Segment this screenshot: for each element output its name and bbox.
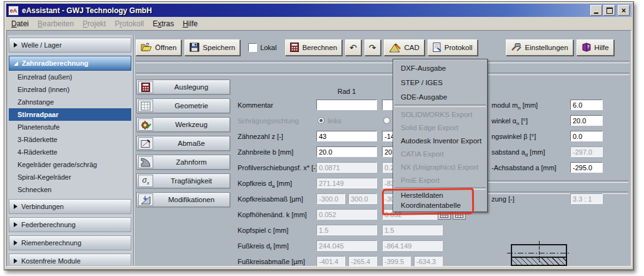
field-zaehnezahl-rad1[interactable]: 43: [316, 131, 377, 141]
triangle-collapsed-icon: [14, 43, 18, 48]
sidebar-section-verbindungen[interactable]: Verbindungen: [9, 199, 131, 214]
sidebar-item-schnecken[interactable]: Schnecken: [9, 183, 131, 196]
redo-button[interactable]: ↷: [365, 39, 381, 56]
field-profilverschiebungsfaktor-rad1: 0.0871: [316, 162, 377, 173]
button-label: CAD: [405, 44, 420, 51]
sidebar-section-kostenfreie-module[interactable]: Kostenfreie Module: [9, 253, 131, 265]
save-button[interactable]: Speichern: [184, 39, 240, 56]
section-button-label: Zahnform: [153, 158, 229, 166]
cad-menu-item-dxf-ausgabe[interactable]: DXF-Ausgabe: [393, 61, 487, 75]
sidebar-item-kegelräder-gerade-schräg[interactable]: Kegelräder gerade/schräg: [9, 158, 131, 171]
checkbox-box: [248, 43, 257, 52]
label-kopfspiel: Kopfspiel c [mm]: [238, 225, 288, 236]
sidebar-divider: [133, 35, 134, 265]
section-button-label: Auslegung: [153, 83, 229, 91]
field-fusskreis-rad2: -864.149: [382, 240, 443, 251]
sidebar-item-stirnradpaar[interactable]: Stirnradpaar: [9, 108, 131, 121]
field-eingriffswinkel[interactable]: 20.0: [570, 115, 603, 126]
separator-line: [136, 73, 630, 75]
column-header-rad1: Rad 1: [316, 88, 377, 95]
window-title: eAssistant - GWJ Technology GmbH: [22, 6, 589, 15]
cad-menu-item-autodesk-inventor-export[interactable]: Autodesk Inventor Export: [393, 134, 487, 147]
sidebar-section-federberechnung[interactable]: Federberechnung: [9, 217, 131, 232]
open-button[interactable]: Öffnen: [136, 39, 181, 56]
menu-item-extras[interactable]: Extras: [153, 19, 174, 28]
label-kommentar: Kommentar: [238, 100, 273, 111]
calculator-icon: [290, 43, 299, 52]
local-checkbox[interactable]: Lokal: [248, 43, 276, 52]
sidebar-item-einzelrad-innen[interactable]: Einzelrad (innen): [9, 83, 131, 96]
minimize-button[interactable]: [590, 5, 602, 16]
menu-item-datei[interactable]: Datei: [11, 19, 29, 28]
sidebar-item-planetenstufe[interactable]: Planetenstufe: [9, 121, 131, 133]
calculate-button[interactable]: Berechnen: [285, 39, 342, 56]
field-fusskreisabmasse-rad2-b: -634.3: [414, 256, 443, 267]
cad-menu-item-proe-export: ProE Export: [393, 173, 487, 187]
sidebar-section-zahnradberechnung[interactable]: Zahnradberechnung: [9, 56, 131, 71]
gear-section-drawing: [511, 244, 567, 266]
label-zahnbreite: Zahnbreite b [mm]: [238, 147, 293, 158]
menu-item-hilfe[interactable]: Hilfe: [183, 19, 198, 28]
cad-menu-item-gde-ausgabe[interactable]: GDE-Ausgabe: [393, 89, 487, 104]
undo-icon: ↶: [350, 43, 357, 52]
section-button-geometrie[interactable]: Geometrie: [136, 98, 230, 113]
tool-gear-icon: [138, 118, 153, 131]
sidebar-section-welle-lager[interactable]: Welle / Lager: [9, 38, 131, 53]
triangle-collapsed-icon: [14, 222, 18, 227]
sidebar-item-3-räderkette[interactable]: 3-Räderkette: [9, 133, 131, 146]
sidebar-item-zahnstange[interactable]: Zahnstange: [9, 96, 131, 108]
radio-links: [318, 117, 325, 124]
sidebar-section-label: Welle / Lager: [21, 41, 62, 49]
open-folder-icon: [141, 43, 152, 52]
sidebar-section-label: Verbindungen: [21, 203, 64, 210]
section-button-tragfähigkeit[interactable]: σxTragfähigkeit: [136, 173, 230, 188]
section-button-auslegung[interactable]: Auslegung: [136, 79, 230, 95]
section-button-werkzeug[interactable]: Werkzeug: [136, 117, 230, 132]
field-normalmodul[interactable]: 6.0: [570, 100, 603, 110]
help-button[interactable]: ?Hilfe: [576, 39, 614, 56]
field-achsabstand[interactable]: -295.0: [570, 162, 603, 173]
help-icon: ?: [581, 43, 591, 52]
save-floppy-icon: [189, 43, 199, 52]
maximize-button[interactable]: [603, 5, 615, 16]
checkbox-label: Lokal: [260, 44, 276, 51]
section-button-zahnform[interactable]: Zahnform: [136, 155, 230, 170]
section-button-abmaße[interactable]: Abmaße: [136, 136, 230, 151]
field-schraegungswinkel[interactable]: 0.0: [570, 131, 603, 141]
settings-button[interactable]: Einstellungen: [506, 39, 573, 56]
field-fusskreisabmasse-rad2-a: -399.5: [382, 256, 411, 267]
sidebar-item-spiral-kegelräder[interactable]: Spiral-Kegelräder: [9, 171, 131, 183]
app-icon: eA: [8, 6, 19, 16]
button-label: Speichern: [203, 44, 235, 51]
sidebar-section-riemenberechnung[interactable]: Riemenberechnung: [9, 235, 131, 250]
undo-button[interactable]: ↶: [345, 39, 361, 56]
label-kopfhoehenaenderung: Kopfhöhenänd. k [mm]: [238, 210, 307, 220]
grid-icon: [138, 100, 153, 112]
cad-icon: [389, 43, 401, 53]
protocol-icon: [433, 43, 441, 52]
sidebar: Welle / LagerZahnradberechnungEinzelrad …: [8, 35, 133, 265]
field-kopfspiel-rad1: 1.5: [316, 225, 377, 235]
field-zahnbreite-rad1[interactable]: 20.0: [316, 146, 377, 157]
cad-menu-item-step-iges[interactable]: STEP / IGES: [393, 75, 487, 89]
cad-menu-item-solidworks-export: SOLIDWORKS Export: [393, 108, 487, 121]
protocol-button[interactable]: Protokoll: [428, 39, 478, 56]
field-kopfspiel-rad2: 1.5: [382, 225, 443, 235]
button-label: Protokoll: [445, 44, 473, 51]
section-button-label: Werkzeug: [153, 121, 229, 128]
field-kopfkreisabmass-rad1-a: -300.0: [316, 193, 345, 204]
section-button-modifikationen[interactable]: Modifikationen: [136, 192, 230, 207]
minimize-icon: [594, 13, 598, 14]
redo-icon: ↷: [369, 43, 376, 52]
close-button[interactable]: ×: [618, 5, 630, 16]
label-uebersetzung: zung [-]: [491, 194, 515, 205]
hatch-area: [512, 257, 566, 265]
field-kommentar-rad1[interactable]: [316, 100, 377, 110]
sidebar-item-4-räderkette[interactable]: 4-Räderkette: [9, 146, 131, 158]
section-button-label: Modifikationen: [153, 196, 229, 203]
field-uebersetzung: 3.3 : 1: [570, 193, 603, 204]
field-kopfhoehenaenderung-rad1: 0.052: [316, 209, 377, 220]
triangle-expanded-icon: [14, 61, 18, 66]
cad-button[interactable]: CAD: [384, 39, 425, 56]
sidebar-item-einzelrad-außen[interactable]: Einzelrad (außen): [9, 71, 131, 83]
